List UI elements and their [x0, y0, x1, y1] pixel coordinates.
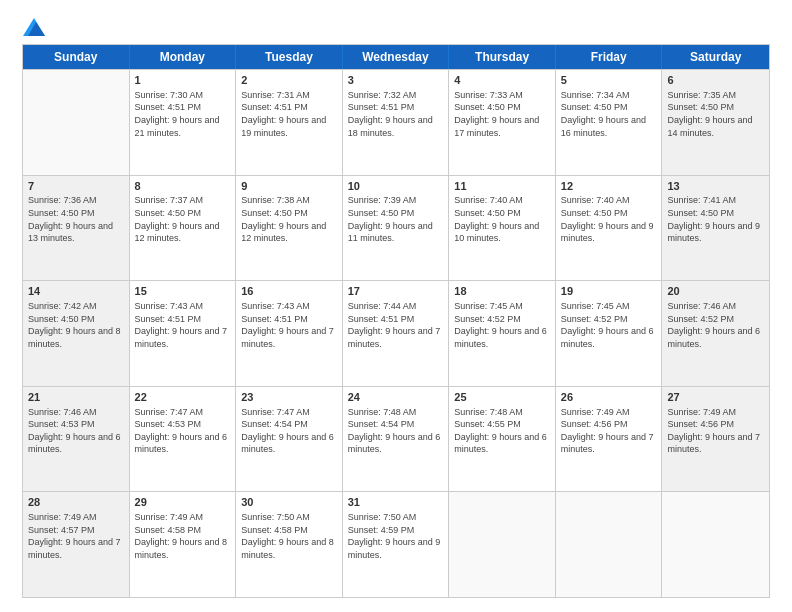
cal-cell: 19Sunrise: 7:45 AM Sunset: 4:52 PM Dayli… [556, 281, 663, 386]
day-number: 27 [667, 390, 764, 405]
cal-cell: 13Sunrise: 7:41 AM Sunset: 4:50 PM Dayli… [662, 176, 769, 281]
cal-cell: 27Sunrise: 7:49 AM Sunset: 4:56 PM Dayli… [662, 387, 769, 492]
cell-info: Sunrise: 7:48 AM Sunset: 4:55 PM Dayligh… [454, 406, 550, 456]
day-number: 28 [28, 495, 124, 510]
cal-cell: 7Sunrise: 7:36 AM Sunset: 4:50 PM Daylig… [23, 176, 130, 281]
cell-info: Sunrise: 7:32 AM Sunset: 4:51 PM Dayligh… [348, 89, 444, 139]
day-number: 29 [135, 495, 231, 510]
calendar-body: 1Sunrise: 7:30 AM Sunset: 4:51 PM Daylig… [23, 69, 769, 597]
cal-row-2: 7Sunrise: 7:36 AM Sunset: 4:50 PM Daylig… [23, 175, 769, 281]
cal-cell: 14Sunrise: 7:42 AM Sunset: 4:50 PM Dayli… [23, 281, 130, 386]
cal-cell: 20Sunrise: 7:46 AM Sunset: 4:52 PM Dayli… [662, 281, 769, 386]
cell-info: Sunrise: 7:35 AM Sunset: 4:50 PM Dayligh… [667, 89, 764, 139]
cell-info: Sunrise: 7:49 AM Sunset: 4:57 PM Dayligh… [28, 511, 124, 561]
day-number: 14 [28, 284, 124, 299]
day-number: 23 [241, 390, 337, 405]
cell-info: Sunrise: 7:30 AM Sunset: 4:51 PM Dayligh… [135, 89, 231, 139]
cal-cell: 29Sunrise: 7:49 AM Sunset: 4:58 PM Dayli… [130, 492, 237, 597]
day-number: 2 [241, 73, 337, 88]
cell-info: Sunrise: 7:38 AM Sunset: 4:50 PM Dayligh… [241, 194, 337, 244]
cell-info: Sunrise: 7:49 AM Sunset: 4:56 PM Dayligh… [667, 406, 764, 456]
cell-info: Sunrise: 7:49 AM Sunset: 4:58 PM Dayligh… [135, 511, 231, 561]
cal-cell: 11Sunrise: 7:40 AM Sunset: 4:50 PM Dayli… [449, 176, 556, 281]
cell-info: Sunrise: 7:48 AM Sunset: 4:54 PM Dayligh… [348, 406, 444, 456]
cal-cell: 25Sunrise: 7:48 AM Sunset: 4:55 PM Dayli… [449, 387, 556, 492]
cell-info: Sunrise: 7:47 AM Sunset: 4:54 PM Dayligh… [241, 406, 337, 456]
cal-cell: 3Sunrise: 7:32 AM Sunset: 4:51 PM Daylig… [343, 70, 450, 175]
day-number: 1 [135, 73, 231, 88]
day-number: 30 [241, 495, 337, 510]
day-number: 24 [348, 390, 444, 405]
cal-row-1: 1Sunrise: 7:30 AM Sunset: 4:51 PM Daylig… [23, 69, 769, 175]
cal-cell: 4Sunrise: 7:33 AM Sunset: 4:50 PM Daylig… [449, 70, 556, 175]
day-number: 9 [241, 179, 337, 194]
day-number: 5 [561, 73, 657, 88]
cell-info: Sunrise: 7:42 AM Sunset: 4:50 PM Dayligh… [28, 300, 124, 350]
day-number: 3 [348, 73, 444, 88]
day-number: 12 [561, 179, 657, 194]
cell-info: Sunrise: 7:49 AM Sunset: 4:56 PM Dayligh… [561, 406, 657, 456]
cal-cell: 1Sunrise: 7:30 AM Sunset: 4:51 PM Daylig… [130, 70, 237, 175]
calendar-header-row: SundayMondayTuesdayWednesdayThursdayFrid… [23, 45, 769, 69]
day-number: 18 [454, 284, 550, 299]
cal-cell: 31Sunrise: 7:50 AM Sunset: 4:59 PM Dayli… [343, 492, 450, 597]
day-number: 26 [561, 390, 657, 405]
cal-cell: 22Sunrise: 7:47 AM Sunset: 4:53 PM Dayli… [130, 387, 237, 492]
day-number: 10 [348, 179, 444, 194]
cal-header-monday: Monday [130, 45, 237, 69]
cell-info: Sunrise: 7:50 AM Sunset: 4:58 PM Dayligh… [241, 511, 337, 561]
cal-row-5: 28Sunrise: 7:49 AM Sunset: 4:57 PM Dayli… [23, 491, 769, 597]
logo-icon [23, 18, 45, 36]
day-number: 16 [241, 284, 337, 299]
cal-cell: 26Sunrise: 7:49 AM Sunset: 4:56 PM Dayli… [556, 387, 663, 492]
cell-info: Sunrise: 7:34 AM Sunset: 4:50 PM Dayligh… [561, 89, 657, 139]
cal-cell: 9Sunrise: 7:38 AM Sunset: 4:50 PM Daylig… [236, 176, 343, 281]
cal-header-friday: Friday [556, 45, 663, 69]
cal-cell: 10Sunrise: 7:39 AM Sunset: 4:50 PM Dayli… [343, 176, 450, 281]
cell-info: Sunrise: 7:47 AM Sunset: 4:53 PM Dayligh… [135, 406, 231, 456]
cal-cell: 18Sunrise: 7:45 AM Sunset: 4:52 PM Dayli… [449, 281, 556, 386]
cell-info: Sunrise: 7:46 AM Sunset: 4:52 PM Dayligh… [667, 300, 764, 350]
cal-cell: 24Sunrise: 7:48 AM Sunset: 4:54 PM Dayli… [343, 387, 450, 492]
cell-info: Sunrise: 7:43 AM Sunset: 4:51 PM Dayligh… [135, 300, 231, 350]
cell-info: Sunrise: 7:45 AM Sunset: 4:52 PM Dayligh… [454, 300, 550, 350]
day-number: 6 [667, 73, 764, 88]
cal-cell: 2Sunrise: 7:31 AM Sunset: 4:51 PM Daylig… [236, 70, 343, 175]
cell-info: Sunrise: 7:39 AM Sunset: 4:50 PM Dayligh… [348, 194, 444, 244]
day-number: 15 [135, 284, 231, 299]
day-number: 13 [667, 179, 764, 194]
cell-info: Sunrise: 7:40 AM Sunset: 4:50 PM Dayligh… [561, 194, 657, 244]
cell-info: Sunrise: 7:44 AM Sunset: 4:51 PM Dayligh… [348, 300, 444, 350]
cal-cell: 17Sunrise: 7:44 AM Sunset: 4:51 PM Dayli… [343, 281, 450, 386]
cal-cell: 12Sunrise: 7:40 AM Sunset: 4:50 PM Dayli… [556, 176, 663, 281]
cal-cell [662, 492, 769, 597]
day-number: 17 [348, 284, 444, 299]
day-number: 7 [28, 179, 124, 194]
cell-info: Sunrise: 7:43 AM Sunset: 4:51 PM Dayligh… [241, 300, 337, 350]
cell-info: Sunrise: 7:36 AM Sunset: 4:50 PM Dayligh… [28, 194, 124, 244]
cal-cell: 6Sunrise: 7:35 AM Sunset: 4:50 PM Daylig… [662, 70, 769, 175]
cal-cell: 5Sunrise: 7:34 AM Sunset: 4:50 PM Daylig… [556, 70, 663, 175]
cal-row-3: 14Sunrise: 7:42 AM Sunset: 4:50 PM Dayli… [23, 280, 769, 386]
calendar: SundayMondayTuesdayWednesdayThursdayFrid… [22, 44, 770, 598]
cal-cell: 23Sunrise: 7:47 AM Sunset: 4:54 PM Dayli… [236, 387, 343, 492]
cell-info: Sunrise: 7:40 AM Sunset: 4:50 PM Dayligh… [454, 194, 550, 244]
cell-info: Sunrise: 7:31 AM Sunset: 4:51 PM Dayligh… [241, 89, 337, 139]
cal-header-thursday: Thursday [449, 45, 556, 69]
day-number: 25 [454, 390, 550, 405]
cell-info: Sunrise: 7:33 AM Sunset: 4:50 PM Dayligh… [454, 89, 550, 139]
cal-cell: 30Sunrise: 7:50 AM Sunset: 4:58 PM Dayli… [236, 492, 343, 597]
cell-info: Sunrise: 7:46 AM Sunset: 4:53 PM Dayligh… [28, 406, 124, 456]
cal-cell: 28Sunrise: 7:49 AM Sunset: 4:57 PM Dayli… [23, 492, 130, 597]
cal-header-sunday: Sunday [23, 45, 130, 69]
page: SundayMondayTuesdayWednesdayThursdayFrid… [0, 0, 792, 612]
cal-header-saturday: Saturday [662, 45, 769, 69]
logo [22, 18, 45, 36]
day-number: 19 [561, 284, 657, 299]
cal-cell: 15Sunrise: 7:43 AM Sunset: 4:51 PM Dayli… [130, 281, 237, 386]
day-number: 20 [667, 284, 764, 299]
cal-cell: 8Sunrise: 7:37 AM Sunset: 4:50 PM Daylig… [130, 176, 237, 281]
day-number: 21 [28, 390, 124, 405]
cal-row-4: 21Sunrise: 7:46 AM Sunset: 4:53 PM Dayli… [23, 386, 769, 492]
cal-cell [23, 70, 130, 175]
